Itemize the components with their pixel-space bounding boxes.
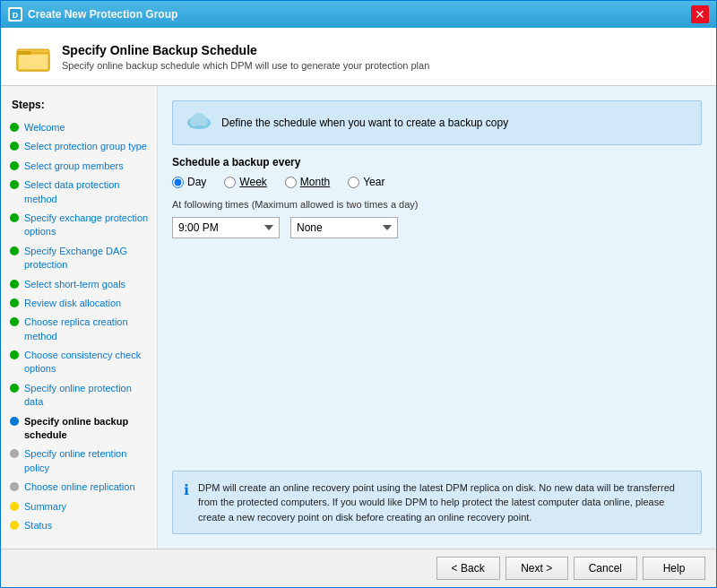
sidebar-item-select-protection-group-type[interactable]: Select protection group type (1, 137, 157, 156)
cloud-info-label: Define the schedule when you want to cre… (221, 117, 508, 129)
back-button[interactable]: < Back (436, 557, 500, 580)
sidebar-label-specify-exchange-dag-protection: Specify Exchange DAG protection (24, 245, 150, 272)
sidebar-label-specify-online-protection-data: Specify online protection data (24, 382, 150, 410)
header-subtitle: Specify online backup schedule which DPM… (62, 60, 429, 71)
dropdowns-row: 9:00 PM 12:00 AM 6:00 AM 12:00 PM None 1… (172, 217, 702, 238)
sidebar-label-specify-online-backup-schedule: Specify online backup schedule (24, 415, 150, 443)
app-icon: D (8, 7, 22, 22)
sidebar-label-review-disk-allocation: Review disk allocation (24, 297, 121, 310)
dot-choose-consistency-check-options (10, 350, 19, 359)
dot-specify-online-backup-schedule (10, 417, 19, 426)
sidebar: Steps: Welcome Select protection group t… (1, 86, 158, 549)
svg-point-11 (199, 117, 208, 126)
schedule-section: Schedule a backup every Day Week Month (172, 156, 702, 249)
svg-point-10 (190, 117, 199, 126)
sidebar-label-select-data-protection-method: Select data protection method (24, 178, 150, 206)
sidebar-label-specify-online-retention-policy: Specify online retention policy (24, 447, 150, 475)
radio-month[interactable]: Month (285, 176, 330, 188)
sidebar-label-choose-online-replication: Choose online replication (24, 480, 135, 494)
sidebar-item-select-data-protection-method[interactable]: Select data protection method (1, 176, 157, 209)
dot-select-data-protection-method (10, 180, 19, 189)
schedule-label: Schedule a backup every (172, 156, 702, 169)
footer: < Back Next > Cancel Help (1, 549, 716, 587)
sidebar-label-select-protection-group-type: Select protection group type (24, 140, 147, 153)
dot-choose-replica-creation-method (10, 317, 19, 326)
content-area: Steps: Welcome Select protection group t… (1, 86, 716, 549)
dot-select-protection-group-type (10, 142, 19, 151)
sidebar-item-specify-exchange-protection-options[interactable]: Specify exchange protection options (1, 209, 157, 242)
sidebar-item-review-disk-allocation[interactable]: Review disk allocation (1, 294, 157, 313)
spacer (172, 260, 702, 460)
sidebar-item-specify-online-protection-data[interactable]: Specify online protection data (1, 379, 157, 412)
sidebar-label-select-group-members: Select group members (24, 160, 124, 173)
main-panel: Define the schedule when you want to cre… (158, 86, 716, 549)
header-icon (15, 39, 51, 74)
dot-status (10, 521, 19, 530)
sidebar-label-specify-exchange-protection-options: Specify exchange protection options (24, 212, 150, 239)
radio-week-label: Week (239, 176, 266, 188)
radio-week-input[interactable] (224, 177, 236, 188)
dot-choose-online-replication (10, 482, 19, 491)
sidebar-label-status: Status (24, 519, 52, 532)
dot-specify-exchange-dag-protection (10, 246, 19, 255)
svg-rect-5 (19, 55, 48, 69)
radio-year-input[interactable] (348, 177, 359, 188)
main-window: D Create New Protection Group ✕ Specify … (0, 0, 717, 588)
radio-week[interactable]: Week (224, 176, 266, 188)
sidebar-label-summary: Summary (24, 500, 66, 514)
dot-select-group-members (10, 161, 19, 170)
sidebar-item-specify-online-retention-policy[interactable]: Specify online retention policy (1, 445, 157, 478)
header-text: Specify Online Backup Schedule Specify o… (62, 43, 429, 71)
sidebar-label-choose-replica-creation-method: Choose replica creation method (24, 316, 150, 343)
radio-month-label: Month (300, 176, 330, 188)
cloud-info-box: Define the schedule when you want to cre… (172, 100, 702, 145)
dot-review-disk-allocation (10, 298, 19, 307)
sidebar-item-select-group-members[interactable]: Select group members (1, 157, 157, 176)
notice-text: DPM will create an online recovery point… (198, 480, 690, 525)
dot-specify-online-protection-data (10, 384, 19, 393)
sidebar-label-choose-consistency-check-options: Choose consistency check options (24, 349, 150, 376)
svg-rect-4 (17, 51, 31, 55)
sidebar-item-select-short-term-goals[interactable]: Select short-term goals (1, 275, 157, 294)
radio-month-input[interactable] (285, 177, 297, 188)
close-button[interactable]: ✕ (691, 5, 709, 23)
dot-select-short-term-goals (10, 280, 19, 289)
title-bar-left: D Create New Protection Group (8, 7, 177, 22)
help-button[interactable]: Help (643, 557, 705, 580)
next-button[interactable]: Next > (505, 557, 568, 580)
sidebar-item-specify-online-backup-schedule[interactable]: Specify online backup schedule (1, 412, 157, 445)
sidebar-item-choose-replica-creation-method[interactable]: Choose replica creation method (1, 313, 157, 346)
info-icon: ℹ (184, 481, 189, 525)
svg-text:D: D (13, 11, 19, 20)
none-dropdown[interactable]: None 12:00 AM 6:00 AM 12:00 PM 9:00 PM (290, 217, 398, 238)
header-title: Specify Online Backup Schedule (62, 43, 429, 57)
time-dropdown[interactable]: 9:00 PM 12:00 AM 6:00 AM 12:00 PM (172, 217, 280, 238)
radio-year[interactable]: Year (348, 176, 384, 188)
radio-day-label: Day (187, 176, 206, 188)
dot-welcome (10, 123, 19, 132)
sidebar-item-choose-online-replication[interactable]: Choose online replication (1, 478, 157, 497)
header-section: Specify Online Backup Schedule Specify o… (1, 28, 716, 86)
times-label: At following times (Maximum allowed is t… (172, 199, 702, 210)
title-bar-text: Create New Protection Group (28, 8, 177, 21)
dot-specify-online-retention-policy (10, 449, 19, 458)
radio-day-input[interactable] (172, 177, 184, 188)
sidebar-label-select-short-term-goals: Select short-term goals (24, 278, 125, 291)
radio-day[interactable]: Day (172, 176, 206, 188)
sidebar-item-choose-consistency-check-options[interactable]: Choose consistency check options (1, 346, 157, 379)
sidebar-item-specify-exchange-dag-protection[interactable]: Specify Exchange DAG protection (1, 242, 157, 275)
sidebar-item-welcome[interactable]: Welcome (1, 118, 157, 137)
sidebar-label-welcome: Welcome (24, 121, 65, 134)
notice-box: ℹ DPM will create an online recovery poi… (172, 471, 702, 535)
dot-summary (10, 502, 19, 511)
dot-specify-exchange-protection-options (10, 213, 19, 222)
title-bar: D Create New Protection Group ✕ (1, 1, 716, 28)
sidebar-item-status[interactable]: Status (1, 516, 157, 535)
radio-row: Day Week Month Year (172, 176, 702, 188)
cloud-icon (186, 110, 212, 135)
sidebar-title: Steps: (1, 95, 157, 118)
cancel-button[interactable]: Cancel (574, 557, 637, 580)
sidebar-item-summary[interactable]: Summary (1, 497, 157, 516)
radio-year-label: Year (363, 176, 384, 188)
